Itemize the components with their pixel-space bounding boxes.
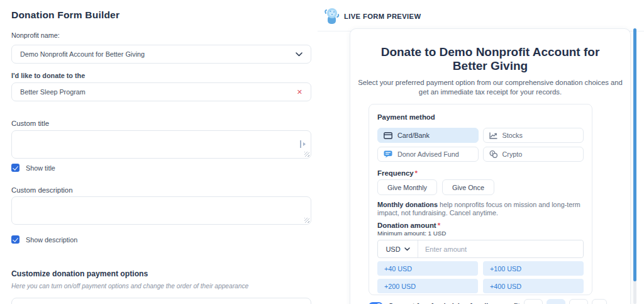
credit-card-icon bbox=[384, 132, 392, 139]
required-asterisk: * bbox=[415, 169, 418, 177]
chevron-down-icon bbox=[404, 247, 410, 251]
currency-select[interactable]: USD bbox=[378, 240, 418, 257]
custom-description-label: Custom description bbox=[11, 186, 311, 194]
custom-title-label: Custom title bbox=[11, 120, 311, 128]
nonprofit-name-label: Nonprofit name: bbox=[11, 32, 311, 39]
minimum-amount-note: Minimum amount: 1 USD bbox=[377, 230, 584, 237]
chevron-down-icon bbox=[296, 50, 303, 58]
text-cursor-icon bbox=[300, 140, 304, 148]
tip-option-button[interactable] bbox=[569, 299, 588, 304]
required-asterisk: * bbox=[438, 222, 440, 229]
method-daf-button[interactable]: Donor Advised Fund bbox=[377, 147, 479, 162]
mascot-icon bbox=[323, 8, 340, 25]
designation-input[interactable]: Better Sleep Program ✕ bbox=[11, 82, 311, 101]
live-preview-panel: LIVE FORM PREVIEW Donate to Demo Nonprof… bbox=[318, 0, 644, 304]
payment-method-label: Payment method bbox=[377, 113, 584, 121]
tip-option-button[interactable] bbox=[524, 299, 543, 304]
designation-value: Better Sleep Program bbox=[20, 88, 86, 96]
give-monthly-button[interactable]: Give Monthly bbox=[377, 179, 437, 195]
tip-edit-button[interactable]: ✎ bbox=[592, 299, 607, 304]
tip-options: ✎ bbox=[524, 299, 607, 304]
support-toggle[interactable] bbox=[369, 302, 383, 304]
designation-label: I'd like to donate to the bbox=[11, 72, 311, 79]
amount-input[interactable] bbox=[418, 240, 583, 257]
payment-options-list bbox=[11, 298, 311, 304]
show-description-checkbox[interactable] bbox=[11, 235, 19, 244]
crypto-coins-icon bbox=[489, 150, 497, 158]
form-title: Donate to Demo Nonprofit Account for Bet… bbox=[377, 45, 604, 72]
method-stocks-button[interactable]: Stocks bbox=[483, 128, 584, 143]
method-card-bank-button[interactable]: Card/Bank bbox=[377, 128, 479, 143]
method-label: Stocks bbox=[502, 132, 523, 139]
method-label: Crypto bbox=[502, 150, 523, 158]
preview-scrollbar-track bbox=[633, 28, 636, 304]
preset-amount-button[interactable]: +40 USD bbox=[377, 261, 478, 276]
give-once-button[interactable]: Give Once bbox=[442, 179, 494, 195]
preset-amount-button[interactable]: +400 USD bbox=[483, 279, 584, 293]
form-builder-panel: Donation Form Builder Nonprofit name: De… bbox=[11, 0, 311, 304]
preview-header: LIVE FORM PREVIEW bbox=[318, 0, 644, 31]
preview-header-label: LIVE FORM PREVIEW bbox=[344, 13, 421, 20]
stock-chart-icon bbox=[489, 132, 497, 139]
custom-description-textarea[interactable] bbox=[11, 196, 311, 225]
amount-input-group: USD bbox=[377, 240, 584, 258]
show-description-label: Show description bbox=[26, 236, 77, 244]
tip-option-button[interactable] bbox=[547, 299, 565, 304]
support-toggle-row: Support free fundraising for all nonprof… bbox=[369, 298, 595, 304]
show-title-label: Show title bbox=[26, 164, 55, 172]
nonprofit-select[interactable]: Demo Nonprofit Account for Better Giving bbox=[11, 45, 311, 64]
donation-amount-label: Donation amount* bbox=[377, 222, 584, 229]
show-title-checkbox[interactable] bbox=[11, 164, 19, 172]
preview-scrollbar-thumb[interactable] bbox=[633, 28, 636, 281]
method-label: Donor Advised Fund bbox=[397, 150, 459, 158]
donation-form-preview-card: Donate to Demo Nonprofit Account for Bet… bbox=[350, 28, 631, 304]
payment-box: Payment method Card/Bank Stocks Donor Ad… bbox=[369, 104, 592, 295]
method-label: Card/Bank bbox=[397, 132, 430, 139]
resize-handle-icon[interactable] bbox=[304, 152, 309, 157]
form-subtitle: Select your preferred payment option fro… bbox=[353, 78, 628, 96]
frequency-options: Give Monthly Give Once bbox=[377, 179, 584, 195]
payment-method-grid: Card/Bank Stocks Donor Advised Fund Cryp… bbox=[377, 128, 584, 162]
preset-amounts: +40 USD +100 USD +200 USD +400 USD bbox=[377, 261, 584, 293]
frequency-label: Frequency* bbox=[377, 169, 584, 177]
preset-amount-button[interactable]: +100 USD bbox=[483, 261, 584, 276]
method-crypto-button[interactable]: Crypto bbox=[483, 147, 584, 162]
page-title: Donation Form Builder bbox=[11, 9, 311, 21]
daf-icon bbox=[384, 150, 392, 158]
preset-amount-button[interactable]: +200 USD bbox=[377, 279, 478, 293]
clear-designation-icon[interactable]: ✕ bbox=[297, 88, 303, 96]
resize-handle-icon[interactable] bbox=[304, 218, 309, 223]
customize-payment-options-heading: Customize donation payment options bbox=[11, 269, 311, 278]
customize-payment-options-hint: Here you can turn on/off payment options… bbox=[11, 283, 311, 290]
currency-value: USD bbox=[386, 245, 400, 253]
nonprofit-select-value: Demo Nonprofit Account for Better Giving bbox=[20, 50, 145, 58]
monthly-donations-note: Monthly donations help nonprofits focus … bbox=[377, 201, 584, 217]
custom-title-textarea[interactable] bbox=[11, 130, 311, 159]
